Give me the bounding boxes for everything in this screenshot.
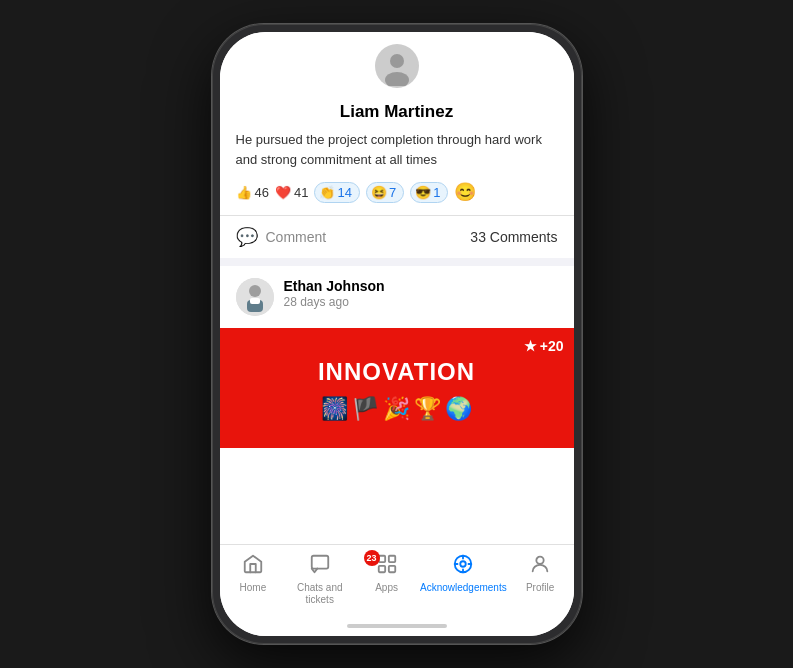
heart-count: 41 xyxy=(294,185,308,200)
reaction-heart[interactable]: ❤️ 41 xyxy=(275,185,308,200)
reaction-clap[interactable]: 👏 14 xyxy=(314,182,359,203)
thumbsup-count: 46 xyxy=(255,185,269,200)
user-name: Liam Martinez xyxy=(236,102,558,122)
user-avatar xyxy=(375,44,419,88)
home-bar xyxy=(347,624,447,628)
svg-rect-6 xyxy=(250,298,260,304)
cool-count: 1 xyxy=(433,185,440,200)
heart-emoji: ❤️ xyxy=(275,185,291,200)
nav-apps-label: Apps xyxy=(375,582,398,594)
acknowledgements-icon xyxy=(452,553,474,579)
comment-item: Ethan Johnson 28 days ago xyxy=(220,266,574,328)
svg-point-1 xyxy=(390,54,404,68)
clap-count: 14 xyxy=(337,185,351,200)
commenter-info: Ethan Johnson 28 days ago xyxy=(284,278,558,316)
user-bio: He pursued the project completion throug… xyxy=(236,130,558,169)
svg-rect-9 xyxy=(388,556,394,562)
nav-acknowledgements[interactable]: Acknowledgements xyxy=(420,553,507,594)
nav-home-label: Home xyxy=(240,582,267,594)
nav-home[interactable]: Home xyxy=(220,553,287,594)
bottom-nav: Home Chats and tickets xyxy=(220,544,574,616)
nav-chats-label: Chats and tickets xyxy=(286,582,353,606)
reactions-row: 👍 46 ❤️ 41 👏 14 😆 7 xyxy=(236,181,558,203)
profile-icon xyxy=(529,553,551,579)
post-section: Liam Martinez He pursued the project com… xyxy=(220,94,574,215)
home-icon xyxy=(242,553,264,579)
comment-label: Comment xyxy=(266,229,327,245)
innovation-card: ★ +20 INNOVATION 🎆 🏴 🎉 🏆 🌍 xyxy=(220,328,574,448)
svg-rect-10 xyxy=(378,566,384,572)
svg-rect-11 xyxy=(388,566,394,572)
phone-frame: Liam Martinez He pursued the project com… xyxy=(212,24,582,644)
svg-point-18 xyxy=(536,557,543,564)
content-area: Liam Martinez He pursued the project com… xyxy=(220,44,574,544)
status-bar xyxy=(220,32,574,44)
chats-icon xyxy=(309,553,331,579)
emoji-flag: 🏴 xyxy=(352,396,379,422)
reaction-cool[interactable]: 😎 1 xyxy=(410,182,448,203)
emoji-globe: 🌍 xyxy=(445,396,472,422)
svg-point-13 xyxy=(461,561,467,567)
commenter-name: Ethan Johnson xyxy=(284,278,558,294)
nav-chats[interactable]: Chats and tickets xyxy=(286,553,353,606)
svg-rect-7 xyxy=(311,556,328,569)
nav-apps[interactable]: 23 Apps xyxy=(353,553,420,594)
gray-separator xyxy=(220,258,574,266)
comment-icon: 💬 xyxy=(236,226,258,248)
commenter-time: 28 days ago xyxy=(284,295,558,309)
phone-screen: Liam Martinez He pursued the project com… xyxy=(220,32,574,636)
emoji-confetti: 🎉 xyxy=(383,396,410,422)
comments-count: 33 Comments xyxy=(470,229,557,245)
commenter-avatar xyxy=(236,278,274,316)
nav-profile-label: Profile xyxy=(526,582,554,594)
emoji-trophy: 🏆 xyxy=(414,396,441,422)
svg-point-4 xyxy=(249,285,261,297)
add-reaction-button[interactable]: 😊 xyxy=(454,181,476,203)
star-badge: ★ +20 xyxy=(524,338,564,354)
user-avatar-container xyxy=(220,44,574,88)
laugh-emoji: 😆 xyxy=(371,185,387,200)
star-icon: ★ xyxy=(524,338,537,354)
thumbsup-emoji: 👍 xyxy=(236,185,252,200)
emoji-fireworks: 🎆 xyxy=(321,396,348,422)
reaction-thumbsup[interactable]: 👍 46 xyxy=(236,185,269,200)
reaction-laugh[interactable]: 😆 7 xyxy=(366,182,404,203)
comment-left: 💬 Comment xyxy=(236,226,327,248)
innovation-title: INNOVATION xyxy=(318,358,475,386)
cool-emoji: 😎 xyxy=(415,185,431,200)
nav-acknowledgements-label: Acknowledgements xyxy=(420,582,507,594)
comment-bar[interactable]: 💬 Comment 33 Comments xyxy=(220,216,574,258)
innovation-emojis: 🎆 🏴 🎉 🏆 🌍 xyxy=(321,396,472,422)
home-indicator xyxy=(220,616,574,636)
apps-badge: 23 xyxy=(364,550,380,566)
nav-profile[interactable]: Profile xyxy=(507,553,574,594)
star-count: +20 xyxy=(540,338,564,354)
laugh-count: 7 xyxy=(389,185,396,200)
clap-emoji: 👏 xyxy=(319,185,335,200)
